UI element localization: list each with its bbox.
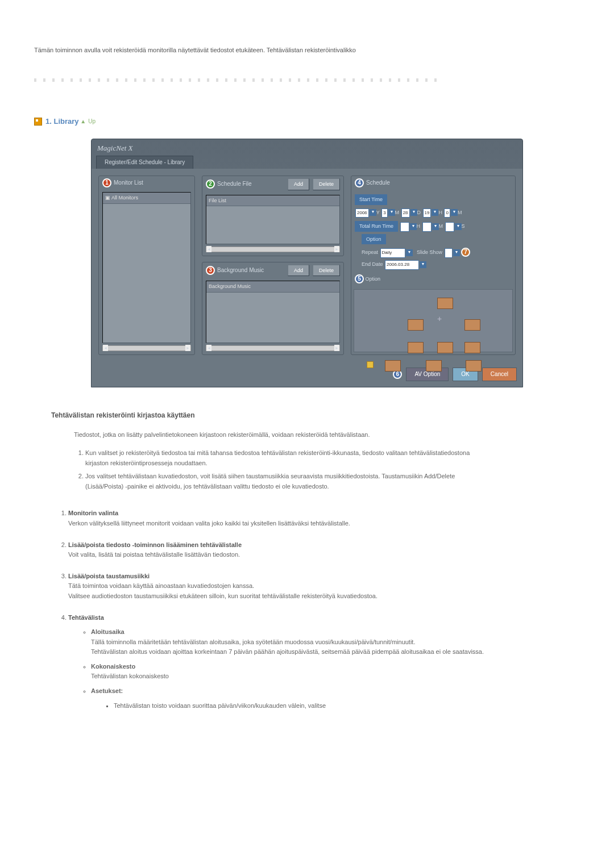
file-scrollbar[interactable]: [206, 247, 340, 252]
thumb-icon[interactable]: [437, 342, 453, 353]
window-tab[interactable]: Register/Edit Schedule - Library: [96, 156, 193, 169]
sub-item-title: Aloitusaika: [91, 628, 125, 635]
badge-3-icon: 3: [206, 266, 215, 275]
delete-music-button: Delete: [313, 265, 340, 276]
runm-label: M: [439, 223, 443, 229]
library-label: 1. Library: [45, 116, 79, 128]
badge-5-icon: 5: [355, 274, 364, 283]
end-date-select[interactable]: 2006.03.28: [385, 260, 419, 270]
bullet-item: Tehtävälistan toisto voidaan suorittaa p…: [114, 701, 500, 711]
repeat-select[interactable]: Daily: [380, 248, 405, 258]
item-title: Monitorin valinta: [68, 510, 118, 516]
run-m-input[interactable]: [422, 222, 432, 232]
music-scrollbar[interactable]: [206, 345, 340, 351]
m-label: M: [395, 210, 400, 215]
day-dd-icon[interactable]: ▾: [410, 209, 417, 216]
slideshow-label: Slide Show: [417, 249, 442, 255]
item-title: Tehtävälista: [68, 614, 104, 621]
badge-4-icon: 4: [355, 178, 364, 187]
monitor-scrollbar[interactable]: [102, 345, 191, 351]
thumb-icon[interactable]: [464, 319, 480, 331]
window-title: MagicNet X: [92, 139, 522, 156]
music-listbox[interactable]: Background Music: [206, 281, 340, 343]
thumb-icon[interactable]: [466, 360, 482, 372]
thumb-icon[interactable]: [408, 342, 424, 353]
min-dd-icon[interactable]: ▾: [451, 209, 458, 216]
thumb-icon[interactable]: [426, 360, 442, 372]
month-select[interactable]: 3: [381, 208, 387, 218]
repeat-dd-icon[interactable]: ▾: [406, 249, 413, 256]
d-label: D: [417, 210, 421, 215]
min-label: M: [458, 210, 462, 215]
start-time-label: Start Time: [355, 194, 387, 205]
list-item: Lisää/poista taustamusiikki Tätä toimint…: [68, 571, 500, 602]
numbered-list: Kun valitset jo rekisteröityä tiedostoa …: [85, 448, 495, 491]
cancel-button[interactable]: Cancel: [482, 368, 517, 381]
option5-label: Option: [366, 276, 381, 282]
sub-item-title: Kokonaiskesto: [91, 663, 135, 670]
star-icon: [367, 361, 374, 368]
run-s-input[interactable]: [445, 222, 454, 232]
y-label: Y: [376, 210, 380, 215]
sub-item-desc: Tehtävälistan aloitus voidaan ajoittaa k…: [91, 648, 484, 655]
list-item: Lisää/poista tiedosto -toiminnon lisäämi…: [68, 540, 500, 560]
monitor-listbox[interactable]: ▣ All Monitors: [102, 192, 191, 343]
list-item: Jos valitset tehtävälistaan kuvatiedosto…: [85, 471, 495, 491]
run-h-dd-icon[interactable]: ▾: [410, 223, 417, 230]
monitor-list-label: Monitor List: [114, 178, 143, 187]
run-m-dd-icon[interactable]: ▾: [432, 223, 439, 230]
month-dd-icon[interactable]: ▾: [388, 209, 395, 216]
thumb-icon[interactable]: [385, 360, 401, 372]
app-window: MagicNet X Register/Edit Schedule - Libr…: [91, 139, 523, 387]
add-music-button: Add: [288, 265, 309, 276]
option-label: Option: [362, 234, 386, 244]
outer-list: Monitorin valinta Verkon välityksellä li…: [68, 508, 500, 711]
item-desc: Tätä toimintoa voidaan käyttää ainoastaa…: [68, 582, 254, 589]
slide-dd-icon[interactable]: ▾: [453, 249, 460, 256]
repeat-label: Repeat: [362, 249, 378, 255]
file-list-header: File List: [206, 195, 339, 206]
badge-7-icon: 7: [461, 248, 470, 257]
file-listbox[interactable]: File List: [206, 195, 340, 244]
bg-music-label: Background Music: [217, 266, 264, 275]
run-s-dd-icon[interactable]: ▾: [455, 223, 462, 230]
all-monitors-item[interactable]: All Monitors: [111, 195, 138, 201]
sub-item-title: Asetukset:: [91, 687, 123, 694]
intro-text: Tämän toiminnon avulla voit rekisteröidä…: [34, 45, 580, 56]
h-label: H: [438, 210, 442, 215]
total-run-label: Total Run Time: [355, 221, 398, 231]
thumb-icon[interactable]: [464, 342, 480, 353]
item-desc: Verkon välityksellä liittyneet monitorit…: [68, 520, 350, 527]
day-select[interactable]: 28: [401, 208, 410, 218]
item-title: Lisää/poista tiedosto -toiminnon lisäämi…: [68, 541, 242, 548]
sub-heading: Tehtävälistan rekisteröinti kirjastoa kä…: [51, 410, 580, 421]
thumb-icon[interactable]: [437, 298, 453, 309]
hour-select[interactable]: 19: [423, 208, 432, 218]
library-section-title: 1. Library ▲Up: [34, 116, 580, 128]
year-select[interactable]: 2006: [355, 208, 369, 218]
delete-file-button[interactable]: Delete: [313, 178, 340, 190]
badge-2-icon: 2: [206, 180, 215, 189]
enddate-dd-icon[interactable]: ▾: [420, 261, 426, 268]
min-select[interactable]: 0: [444, 208, 450, 218]
list-item: Monitorin valinta Verkon välityksellä li…: [68, 508, 500, 528]
thumb-icon[interactable]: [408, 319, 424, 331]
section-divider: [34, 78, 443, 82]
up-link[interactable]: Up: [88, 117, 96, 126]
schedule-label: Schedule: [366, 178, 390, 187]
music-list-header: Background Music: [206, 281, 339, 292]
sub-item-desc: Tehtävälistan kokonaiskesto: [91, 673, 169, 679]
end-date-label: End Date: [362, 261, 383, 267]
sub-item: Asetukset: Tehtävälistan toisto voidaan …: [91, 686, 500, 711]
list-item: Tehtävälista Aloitusaika Tällä toiminnol…: [68, 613, 500, 711]
run-h-input[interactable]: [400, 222, 409, 232]
body-paragraph-1: Tiedostot, jotka on lisätty palvelintiet…: [74, 430, 495, 440]
runh-label: H: [417, 223, 421, 229]
slide-select[interactable]: [445, 248, 453, 258]
year-dd-icon[interactable]: ▾: [370, 209, 376, 216]
badge-1-icon: 1: [102, 178, 111, 187]
up-arrow-icon[interactable]: ▲: [79, 117, 86, 126]
add-file-button[interactable]: Add: [288, 178, 309, 190]
hour-dd-icon[interactable]: ▾: [432, 209, 438, 216]
option-thumbnail-area: +: [354, 289, 513, 352]
